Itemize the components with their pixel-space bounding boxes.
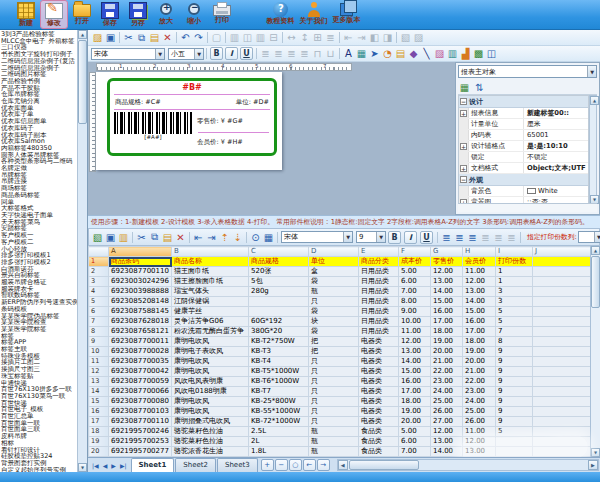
sidebar-item[interactable]: 某某医学院检查 (1, 319, 78, 326)
save-icon[interactable] (104, 231, 117, 244)
grid-cell[interactable]: 日用品类 (359, 297, 399, 307)
row-number[interactable]: 10 (89, 347, 109, 357)
about-button[interactable]: 关于我们 (297, 0, 330, 29)
tutorial-button[interactable]: 教程资料 (264, 0, 297, 29)
grid-cell[interactable]: 猫王擦脸面巾纸 (172, 277, 249, 287)
grid-cell[interactable]: 7.00 (399, 287, 431, 297)
row-number[interactable]: 19 (89, 437, 109, 447)
label-preview[interactable]: #B# 商品规格: #C# 单位: #D# [#A#] 零售价: ¥ #G# 会… (107, 78, 277, 156)
grid-cell[interactable]: 康明电吹风 (172, 357, 249, 367)
grid-cell[interactable]: 24.00 (431, 387, 463, 397)
grid-cell[interactable]: 6923087700035 (109, 357, 172, 367)
sidebar-item[interactable]: 某某医学院标签 (1, 326, 78, 333)
redo-icon[interactable] (192, 31, 205, 44)
grid-cell[interactable] (533, 287, 591, 297)
row-number[interactable]: 2 (89, 267, 109, 277)
sidebar-item[interactable]: 景兴自制标签 (1, 272, 78, 279)
grid-cell[interactable]: 风吹电0188明康 (172, 387, 249, 397)
scroll-left-icon[interactable]: ◀ (338, 460, 348, 470)
grid-cell[interactable]: 日用品类 (359, 317, 399, 327)
grid-cell[interactable]: 17.00 (463, 327, 496, 337)
grid-cell[interactable]: 3 (496, 297, 533, 307)
space-h-icon[interactable] (342, 31, 355, 44)
grid-cell[interactable]: KB-T5*1000W (249, 367, 309, 377)
save-button[interactable]: 保存 (96, 0, 124, 29)
grid-cell[interactable]: 14.00 (431, 447, 463, 457)
grid-cell[interactable]: 9.00 (399, 307, 431, 317)
grid-cell[interactable]: 7 (496, 327, 533, 337)
sidebar-item[interactable]: 接插片工图二 (1, 359, 78, 366)
grid-cell[interactable]: 骆驼浓香花生油 (172, 447, 249, 457)
grid-cell[interactable]: 8 (496, 337, 533, 347)
grid-cell[interactable]: 13.00 (431, 277, 463, 287)
sidebar-scroll-thumb[interactable] (78, 40, 87, 124)
grid-cell[interactable]: 17.00 (399, 387, 431, 397)
valign-top-icon[interactable] (311, 47, 324, 60)
sidebar-item[interactable]: 二维码信息混杂例子 (1, 65, 78, 72)
grid-cell[interactable]: 23.00 (463, 387, 496, 397)
grid-cell[interactable]: 5 (496, 427, 533, 437)
grid-cell[interactable]: 猫王面巾纸 (172, 267, 249, 277)
grid-cell[interactable] (533, 397, 591, 407)
sidebar-scrollbar[interactable]: ▲ ▼ (77, 30, 87, 472)
delete-icon[interactable] (161, 31, 174, 44)
grid-cell[interactable]: 280g (249, 287, 309, 297)
grid-cell[interactable]: 瑞宝气体头 (172, 287, 249, 297)
grid-cell[interactable]: 6923087700110 (109, 267, 172, 277)
grid-cell[interactable]: 15.00 (431, 297, 463, 307)
grid-cell[interactable]: 只 (309, 297, 359, 307)
grid-cell[interactable]: 21.00 (463, 367, 496, 377)
sheet-tab-sheet2[interactable]: Sheet2 (175, 458, 216, 472)
insert-col-left-icon[interactable] (192, 231, 205, 244)
sidebar-item[interactable]: 百世76X130菜鸟一联 (1, 393, 78, 400)
grid-cell[interactable]: 6923003988888 (109, 287, 172, 297)
grid-cell[interactable] (533, 337, 591, 347)
sidebar-item[interactable]: 标签主联 (1, 346, 78, 353)
insert-col-right-icon[interactable] (205, 231, 218, 244)
grid-cell[interactable]: 电器类 (359, 377, 399, 387)
grid-cell[interactable]: 电器类 (359, 347, 399, 357)
grid-cell[interactable]: 电器类 (359, 387, 399, 397)
sheet-action-button[interactable]: − (275, 459, 288, 471)
grid-cell[interactable]: 18.00 (399, 397, 431, 407)
grid-cell[interactable]: 24.00 (463, 397, 496, 407)
grid-cell[interactable]: 只 (309, 407, 359, 417)
sidebar-item[interactable]: 看针打印设计 (1, 447, 78, 454)
print-button[interactable]: 打印 (208, 0, 236, 29)
align-center-icon[interactable] (241, 31, 254, 44)
columns-tool-icon[interactable] (446, 47, 459, 60)
space-evenly-icon[interactable] (324, 31, 337, 44)
sidebar-item[interactable]: 仓库吊牌标签 (1, 91, 78, 98)
grid-cell[interactable]: 9 (496, 387, 533, 397)
grid-cell[interactable]: 商品规格 (249, 257, 309, 267)
import-icon[interactable] (91, 231, 104, 244)
grid-cell[interactable]: 22.00 (463, 377, 496, 387)
sidebar-item[interactable]: 百世76X130拼多多一联 (1, 386, 78, 393)
property-row[interactable]: +报表信息新建标签00:: (459, 108, 588, 119)
collapse-icon[interactable]: − (460, 176, 467, 183)
sidebar-item[interactable]: 天天标签菜鸟 (1, 219, 78, 226)
property-row[interactable]: 锁定不锁定 (459, 152, 588, 163)
find-icon[interactable] (249, 231, 262, 244)
grid-cell[interactable]: KB-T3 (249, 347, 309, 357)
sidebar-item[interactable]: 白酒斯诺芬 (1, 266, 78, 273)
valign-bottom-icon[interactable] (324, 47, 337, 60)
row-number[interactable]: 14 (89, 387, 109, 397)
grid-cell[interactable] (533, 387, 591, 397)
align-right-icon[interactable] (254, 31, 267, 44)
scroll-down-icon[interactable]: ▼ (591, 448, 600, 457)
grid-cell[interactable] (533, 417, 591, 427)
grid-cell[interactable]: 2L (249, 437, 309, 447)
print-copies-select[interactable]: ▼ (578, 231, 600, 243)
grid-cell[interactable]: 单位 (309, 257, 359, 267)
expand-icon[interactable]: + (460, 165, 467, 172)
tab-nav-button[interactable]: ▶| (118, 459, 129, 472)
sidebar-item[interactable]: 客户模板一 (1, 232, 78, 239)
grid-cell[interactable]: 电器类 (359, 397, 399, 407)
pointer-tool-icon[interactable] (368, 47, 381, 60)
export-icon[interactable] (117, 231, 130, 244)
grid-cell[interactable]: 灵争洁芳争G06 (172, 317, 249, 327)
grid-cell[interactable]: 380G*20 (249, 327, 309, 337)
grid-cell[interactable]: 10.00 (399, 317, 431, 327)
sidebar-item[interactable]: 二维码图片标签 (1, 71, 78, 78)
